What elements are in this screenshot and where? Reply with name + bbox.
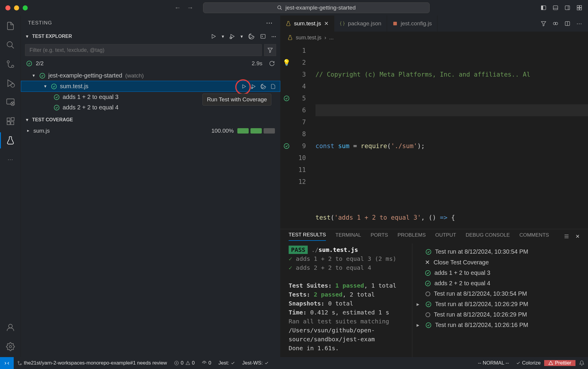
pass-icon[interactable] — [284, 95, 290, 101]
source-control-icon[interactable] — [5, 59, 16, 69]
nav-arrows: ← → — [174, 4, 194, 12]
coverage-all-button[interactable] — [248, 33, 255, 40]
run-item[interactable]: ▶ Test run at 8/12/2024, 10:26:29 PM — [415, 299, 585, 309]
chevron-down-icon: ▼ — [43, 84, 48, 89]
debug-dropdown-icon[interactable]: ▾ — [241, 34, 243, 39]
window-zoom-button[interactable] — [23, 5, 28, 10]
coverage-header[interactable]: ▼ TEST COVERAGE — [21, 114, 280, 126]
tree-root-item[interactable]: ▼ jest-example-getting-started (watch) — [21, 70, 280, 81]
tree-file-item[interactable]: ▼ sum.test.js Run Test with Coverage — [21, 81, 280, 92]
nav-forward-button[interactable]: → — [187, 4, 194, 12]
colorize-status[interactable]: Colorize — [513, 360, 544, 366]
section-title: TEST EXPLORER — [32, 34, 72, 39]
lightbulb-icon[interactable]: 💡 — [283, 57, 290, 69]
filter-options-button[interactable] — [264, 44, 276, 56]
chevron-right-icon: ▼ — [26, 129, 30, 133]
run-test-item[interactable]: adds 2 + 2 to equal 4 — [415, 278, 585, 289]
debug-test-button[interactable] — [251, 84, 256, 89]
jest-ws-status[interactable]: Jest-WS: — [239, 360, 272, 366]
panel-tab-output[interactable]: OUTPUT — [435, 232, 456, 241]
tab-label: sum.test.js — [294, 20, 321, 27]
run-coverage-button[interactable] — [260, 83, 266, 89]
test-explorer-header[interactable]: ▼ TEST EXPLORER ▾ ▾ ⋯ — [21, 30, 280, 42]
pass-icon — [54, 105, 60, 111]
close-coverage-button[interactable]: ✕ Close Test Coverage — [415, 257, 585, 268]
errors-status[interactable]: 0 0 — [171, 360, 198, 366]
editor-tab-active[interactable]: sum.test.js ✕ — [280, 15, 334, 32]
run-test-button[interactable] — [241, 84, 247, 89]
remote-button[interactable] — [0, 357, 14, 369]
funnel-icon — [267, 47, 273, 53]
prettier-status[interactable]: Prettier — [544, 360, 575, 366]
breadcrumb-bar[interactable]: sum.test.js › ... — [280, 32, 588, 44]
test-duration: 2.9s — [252, 60, 262, 67]
test-output[interactable]: PASS ./sum.test.js ✓ adds 1 + 2 to equal… — [280, 244, 412, 357]
section-more-button[interactable]: ⋯ — [271, 34, 276, 39]
show-output-button[interactable] — [260, 33, 266, 39]
ports-status[interactable]: 0 — [198, 360, 215, 366]
svg-point-70 — [204, 363, 205, 364]
explorer-icon[interactable] — [5, 21, 16, 31]
sidebar-more-button[interactable]: ⋯ — [266, 19, 273, 27]
panel-tab-comments[interactable]: COMMENTS — [519, 232, 549, 241]
branch-status[interactable]: the21st/yarn-2-workspaces-monorepo-examp… — [14, 360, 171, 366]
editor-tab-bar: sum.test.js ✕ package.json jest.config.j… — [280, 15, 588, 32]
testing-icon[interactable] — [5, 135, 16, 145]
notifications-button[interactable] — [575, 360, 588, 366]
command-center-search[interactable]: jest-example-getting-started — [203, 2, 430, 13]
window-minimize-button[interactable] — [14, 5, 19, 10]
run-item[interactable]: Test run at 8/12/2024, 10:30:54 PM — [415, 246, 585, 257]
code-editor[interactable]: 💡 123456789101112 // Copyright (c) Meta … — [280, 44, 588, 229]
remote-explorer-icon[interactable] — [5, 97, 16, 107]
toggle-secondary-sidebar-button[interactable] — [564, 4, 571, 11]
editor-more-button[interactable]: ⋯ — [576, 20, 582, 27]
link-icon[interactable] — [553, 21, 558, 27]
debug-all-button[interactable] — [229, 33, 235, 39]
window-close-button[interactable] — [5, 5, 10, 10]
filter-icon[interactable] — [541, 21, 547, 27]
vim-mode-status[interactable]: -- NORMAL -- — [474, 360, 513, 366]
tree-test-item[interactable]: adds 1 + 2 to equal 3 — [21, 92, 280, 102]
check-icon — [264, 361, 269, 365]
filter-input[interactable] — [25, 44, 262, 56]
settings-gear-icon[interactable] — [5, 342, 16, 352]
run-debug-icon[interactable] — [5, 78, 16, 88]
panel-list-button[interactable] — [564, 233, 570, 240]
tab-label: package.json — [348, 20, 381, 27]
panel-tab-debug-console[interactable]: DEBUG CONSOLE — [466, 232, 510, 241]
run-dropdown-icon[interactable]: ▾ — [222, 34, 224, 39]
test-count: 2/2 — [36, 60, 44, 67]
run-all-button[interactable] — [211, 33, 216, 39]
coverage-file-row[interactable]: ▼ sum.js 100.00% — [21, 126, 280, 136]
toggle-primary-sidebar-button[interactable] — [540, 4, 547, 11]
run-item[interactable]: Test run at 8/12/2024, 10:26:29 PM — [415, 309, 585, 320]
refresh-button[interactable] — [269, 61, 275, 66]
customize-layout-button[interactable] — [576, 4, 583, 11]
svg-point-13 — [7, 42, 12, 47]
nav-back-button[interactable]: ← — [174, 4, 181, 12]
run-item[interactable]: ▶ Test run at 8/12/2024, 10:26:16 PM — [415, 320, 585, 330]
tab-close-button[interactable]: ✕ — [324, 20, 329, 27]
panel-tab-ports[interactable]: PORTS — [371, 232, 388, 241]
more-icon[interactable]: ⋯ — [5, 154, 16, 165]
panel-tab-test-results[interactable]: TEST RESULTS — [289, 232, 326, 241]
pass-icon[interactable] — [284, 143, 290, 149]
editor-tab[interactable]: package.json — [334, 15, 387, 32]
go-to-test-button[interactable] — [270, 84, 276, 89]
accounts-icon[interactable] — [5, 323, 16, 333]
panel-tab-terminal[interactable]: TERMINAL — [335, 232, 361, 241]
jest-status[interactable]: Jest: — [215, 360, 239, 366]
svg-rect-34 — [261, 34, 265, 38]
panel-tab-problems[interactable]: PROBLEMS — [397, 232, 425, 241]
tree-test-item[interactable]: adds 2 + 2 to equal 4 — [21, 102, 280, 113]
panel-close-button[interactable]: ✕ — [575, 233, 580, 240]
toggle-panel-button[interactable] — [552, 4, 559, 11]
run-test-item[interactable]: adds 1 + 2 to equal 3 — [415, 268, 585, 278]
breadcrumb-separator: › — [324, 35, 326, 41]
test-count-row: 2/2 2.9s — [21, 58, 280, 69]
split-editor-button[interactable] — [564, 21, 570, 27]
editor-tab[interactable]: jest.config.js — [387, 15, 438, 32]
run-item[interactable]: Test run at 8/12/2024, 10:30:54 PM — [415, 289, 585, 299]
extensions-icon[interactable] — [5, 116, 16, 126]
search-activity-icon[interactable] — [5, 40, 16, 50]
